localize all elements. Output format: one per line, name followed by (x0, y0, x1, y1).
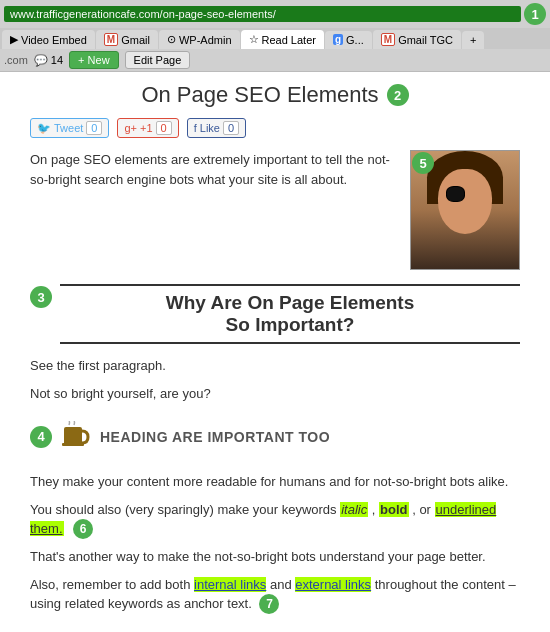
tweet-count: 0 (86, 121, 102, 135)
browser-chrome: www.trafficgenerationcafe.com/on-page-se… (0, 0, 550, 72)
address-bar-row: www.trafficgenerationcafe.com/on-page-se… (0, 0, 550, 28)
paragraph-4: You should also (very sparingly) make yo… (30, 500, 520, 540)
toolbar-row: .com 💬 14 + New Edit Page (0, 49, 550, 71)
tab-readlater-label: Read Later (262, 34, 316, 46)
gmail-icon: M (104, 33, 118, 46)
badge-4: 4 (30, 426, 52, 448)
twitter-icon: 🐦 (37, 122, 51, 135)
like-count: 0 (223, 121, 239, 135)
edit-page-button[interactable]: Edit Page (125, 51, 191, 69)
tab-wp-label: WP-Admin (179, 34, 232, 46)
page-title: On Page SEO Elements (141, 82, 378, 108)
internal-links-link[interactable]: internal links (194, 577, 266, 592)
readlater-icon: ☆ (249, 33, 259, 46)
tabs-row: ▶ Video Embed M Gmail ⊙ WP-Admin ☆ Read … (0, 28, 550, 49)
video-icon: ▶ (10, 33, 18, 46)
tab-gmail[interactable]: M Gmail (96, 30, 158, 49)
badge-7-inline: 7 (259, 596, 279, 611)
tab-new[interactable]: + (462, 31, 484, 49)
h2-line1: Why Are On Page Elements (60, 292, 520, 314)
tweet-label: Tweet (54, 122, 83, 134)
face-skin (438, 169, 492, 234)
badge-6-inline: 6 (73, 521, 93, 536)
paragraph-1: See the first paragraph. (30, 356, 520, 376)
gplus-label: +1 (140, 122, 153, 134)
new-button[interactable]: + New (69, 51, 119, 69)
image-container: 5 (410, 150, 520, 270)
tab-wp-admin[interactable]: ⊙ WP-Admin (159, 30, 240, 49)
paragraph-2: Not so bright yourself, are you? (30, 384, 520, 404)
p4-or: , or (412, 502, 434, 517)
address-bar[interactable]: www.trafficgenerationcafe.com/on-page-se… (4, 6, 521, 22)
eyepatch (446, 186, 465, 201)
tab-google-label: G... (346, 34, 364, 46)
fb-icon: f (194, 122, 197, 134)
like-button[interactable]: f Like 0 (187, 118, 246, 138)
gplus-count: 0 (156, 121, 172, 135)
page-title-area: On Page SEO Elements 2 (30, 82, 520, 108)
comment-icon: 💬 (34, 54, 48, 67)
paragraph-3: They make your content more readable for… (30, 472, 520, 492)
badge-7: 7 (259, 594, 279, 614)
tab-gmail-label: Gmail (121, 34, 150, 46)
p6-mid: and (270, 577, 295, 592)
wp-icon: ⊙ (167, 33, 176, 46)
badge-1: 1 (524, 3, 546, 25)
badge-3: 3 (30, 286, 52, 308)
badge-4-area: 4 (30, 426, 52, 448)
like-label: Like (200, 122, 220, 134)
coffee-cup-icon (60, 421, 92, 452)
p4-pre: You should also (very sparingly) make yo… (30, 502, 340, 517)
intro-section: On page SEO elements are extremely impor… (30, 150, 520, 270)
tab-gmail-tgc-label: Gmail TGC (398, 34, 453, 46)
h2-section-wrapper: 3 Why Are On Page Elements So Important? (30, 284, 520, 344)
h3-section-wrapper: 4 Heading Are Important Too (30, 411, 520, 460)
h2-heading: Why Are On Page Elements So Important? (60, 284, 520, 344)
google-icon: g (333, 34, 343, 45)
h3-section: Heading Are Important Too (60, 421, 330, 452)
tab-video-label: Video Embed (21, 34, 87, 46)
gplus-icon: g+ (124, 122, 137, 134)
paragraph-6: Also, remember to add both internal link… (30, 575, 520, 615)
p4-comma1: , (372, 502, 379, 517)
h2-line2: So Important? (60, 314, 520, 336)
p6-pre: Also, remember to add both (30, 577, 194, 592)
tweet-button[interactable]: 🐦 Tweet 0 (30, 118, 109, 138)
svg-rect-0 (64, 427, 82, 445)
plus-icon: + (470, 34, 476, 46)
comment-count-area: 💬 14 (34, 54, 63, 67)
p4-italic: italic (340, 502, 368, 517)
site-domain: .com (4, 54, 28, 66)
gplus-button[interactable]: g+ +1 0 (117, 118, 178, 138)
tab-video-embed[interactable]: ▶ Video Embed (2, 30, 95, 49)
svg-rect-1 (62, 443, 84, 446)
badge-2: 2 (387, 84, 409, 106)
page-content: On Page SEO Elements 2 🐦 Tweet 0 g+ +1 0… (0, 72, 550, 632)
external-links-link[interactable]: external links (295, 577, 371, 592)
comment-count: 14 (51, 54, 63, 66)
tab-gmail-tgc[interactable]: M Gmail TGC (373, 30, 461, 49)
tab-read-later[interactable]: ☆ Read Later (241, 30, 324, 49)
badge-3-area: 3 (30, 286, 52, 308)
gmail-tgc-icon: M (381, 33, 395, 46)
h3-text: Heading Are Important Too (100, 429, 330, 445)
p4-bold: bold (379, 502, 408, 517)
intro-text: On page SEO elements are extremely impor… (30, 150, 400, 270)
badge-6: 6 (73, 519, 93, 539)
social-buttons-row: 🐦 Tweet 0 g+ +1 0 f Like 0 (30, 118, 520, 138)
badge-5: 5 (412, 152, 434, 174)
paragraph-5: That's another way to make the not-so-br… (30, 547, 520, 567)
tab-google[interactable]: g G... (325, 31, 372, 49)
